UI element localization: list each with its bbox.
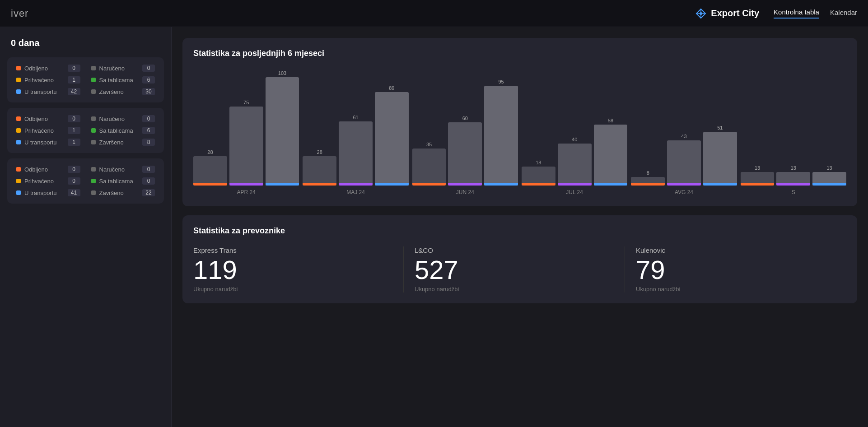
label-transport-3: U transportu [24, 190, 64, 196]
label-naruceno-3: Naručeno [99, 166, 139, 173]
label-zavrseno-1: Završeno [99, 88, 139, 95]
label-prihvaceno-3: Prihvaćeno [24, 178, 64, 185]
bar-value-label: 58 [608, 118, 613, 123]
dot-naruceno-2 [91, 116, 96, 121]
stat-row: U transportu 42 [16, 88, 80, 95]
bar-body [594, 125, 628, 186]
chart-month-label: JUN 24 [412, 189, 518, 195]
val-odbijeno-1: 0 [68, 65, 80, 72]
bar-body [303, 156, 336, 186]
bar-column: 60 [448, 116, 482, 186]
carrier-name: Express Trans [193, 246, 392, 254]
nav-kalendar[interactable]: Kalendar [830, 9, 857, 18]
bar-stripe [229, 183, 263, 186]
dot-prihvaceno-3 [16, 179, 21, 183]
bar-stripe [703, 183, 737, 186]
bar-stripe [448, 183, 482, 186]
bar-value-label: 13 [791, 165, 796, 171]
val-naruceno-2: 0 [142, 115, 155, 122]
main-content: Statistika za posljednjih 6 mjeseci 2875… [172, 27, 868, 427]
bar-value-label: 40 [572, 137, 577, 142]
carrier-subtitle: Ukupno narudžbi [193, 286, 392, 292]
label-tablicama-3: Sa tablicama [99, 178, 139, 185]
val-naruceno-3: 0 [142, 166, 155, 173]
header: iver Export City Kontrolna tabla Kalenda… [0, 0, 868, 27]
bar-stripe [776, 183, 810, 186]
bar-stripe [375, 183, 409, 186]
stat-row: Odbijeno 0 [16, 115, 80, 122]
bar-value-label: 75 [243, 100, 249, 105]
bar-value-label: 13 [826, 165, 832, 171]
chart-month-label: JUL 24 [522, 189, 627, 195]
brand-logo: Export City [695, 7, 759, 20]
main-layout: 0 dana Odbijeno 0 Naručeno 0 Prihvaćeno … [0, 27, 868, 427]
bar-body [412, 149, 446, 186]
bar-stripe [594, 183, 628, 186]
bar-stripe [667, 183, 701, 186]
carrier-subtitle: Ukupno narudžbi [415, 286, 614, 292]
bar-stripe [558, 183, 592, 186]
stat-row: Završeno 30 [91, 88, 155, 95]
bar-value-label: 35 [426, 142, 432, 147]
stat-card-3: Odbijeno 0 Naručeno 0 Prihvaćeno 0 Sa ta… [7, 158, 164, 204]
stat-row: U transportu 1 [16, 139, 80, 146]
bar-body [558, 144, 592, 186]
bar-column: 51 [703, 125, 737, 186]
val-transport-3: 41 [68, 189, 80, 196]
label-naruceno-2: Naručeno [99, 116, 139, 122]
chart-month-label: MAJ 24 [303, 189, 408, 195]
bar-value-label: 28 [317, 149, 322, 155]
dot-odbijeno-2 [16, 116, 21, 121]
val-zavrseno-2: 8 [142, 139, 155, 146]
carrier-name: Kulenovic [636, 246, 835, 254]
val-tablicama-3: 0 [142, 177, 155, 185]
bar-body [448, 122, 482, 186]
dot-odbijeno-1 [16, 66, 21, 70]
bar-stripe [412, 183, 446, 186]
stat-row: Završeno 22 [91, 189, 155, 196]
stat-row: Prihvaćeno 1 [16, 76, 80, 84]
bar-column: 28 [193, 149, 227, 186]
nav-kontrolna-tabla[interactable]: Kontrolna tabla [774, 8, 819, 19]
chart-month-label: AVG 24 [631, 189, 737, 195]
dot-transport-2 [16, 140, 21, 144]
bar-stripe [303, 183, 336, 186]
svg-point-0 [700, 12, 702, 15]
stat-row: Naručeno 0 [91, 115, 155, 122]
app-name: iver [11, 8, 28, 19]
bar-column: 75 [229, 100, 263, 186]
chart-month-group: 2875103APR 24 [193, 70, 299, 195]
stat-row: Naručeno 0 [91, 166, 155, 173]
bar-value-label: 61 [353, 115, 358, 120]
val-transport-2: 1 [68, 139, 80, 146]
chart-area: 2875103APR 24286189MAJ 24356095JUN 24184… [193, 69, 846, 195]
chart-month-group: 356095JUN 24 [412, 79, 518, 195]
bar-column: 95 [484, 79, 518, 186]
carrier-total: 527 [415, 257, 614, 283]
label-odbijeno-3: Odbijeno [24, 166, 64, 173]
bar-stripe [266, 183, 299, 186]
val-tablicama-1: 6 [142, 76, 155, 84]
label-tablicama-2: Sa tablicama [99, 127, 139, 134]
stat-row: Odbijeno 0 [16, 65, 80, 72]
carrier-name: L&CO [415, 246, 614, 254]
bar-value-label: 28 [207, 149, 213, 155]
bar-value-label: 13 [755, 165, 760, 171]
stat-card-1: Odbijeno 0 Naručeno 0 Prihvaćeno 1 Sa ta… [7, 57, 164, 102]
bar-column: 13 [741, 165, 775, 186]
val-zavrseno-1: 30 [142, 88, 155, 95]
brand-name: Export City [711, 8, 759, 19]
bar-stripe [631, 183, 665, 186]
val-tablicama-2: 6 [142, 127, 155, 134]
bar-column: 40 [558, 137, 592, 186]
sidebar: 0 dana Odbijeno 0 Naručeno 0 Prihvaćeno … [0, 27, 172, 427]
label-odbijeno-2: Odbijeno [24, 116, 64, 122]
bar-value-label: 8 [647, 170, 649, 176]
dot-tablicama-1 [91, 78, 96, 82]
val-prihvaceno-1: 1 [68, 76, 80, 84]
header-right: Export City Kontrolna tabla Kalendar [695, 7, 857, 20]
bar-value-label: 60 [462, 116, 468, 121]
chart-title: Statistika za posljednjih 6 mjeseci [193, 49, 846, 58]
bar-value-label: 51 [717, 125, 723, 130]
header-left: iver [11, 8, 28, 19]
